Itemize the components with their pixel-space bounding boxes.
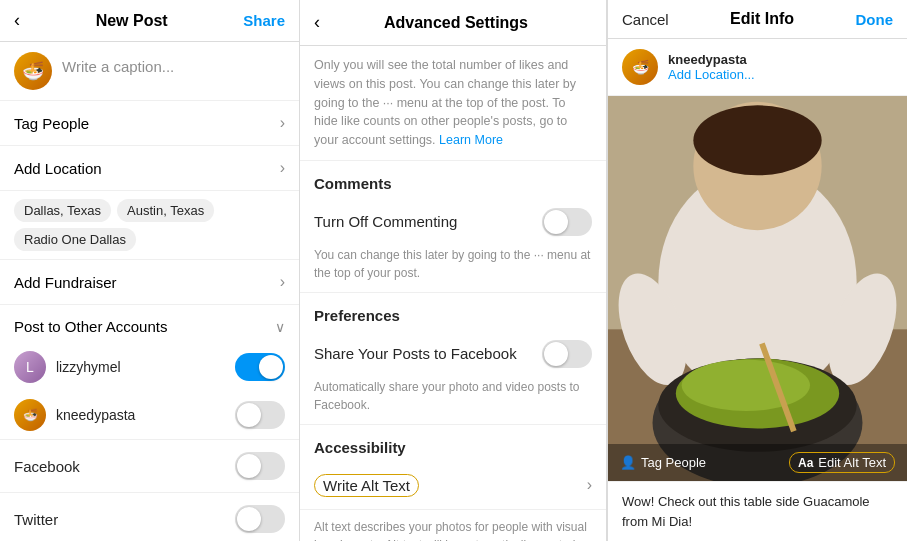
share-to-facebook-row: Share Your Posts to Facebook [300,330,606,378]
food-photo-svg [608,96,907,481]
post-to-section: Post to Other Accounts ∨ L lizzyhymel 🍜 … [0,305,299,440]
advanced-settings-header: ‹ Advanced Settings [300,0,606,46]
alt-text-chevron-icon: › [587,476,592,494]
twitter-row: Twitter [0,493,299,541]
advanced-settings-title: Advanced Settings [320,14,592,32]
back-arrow-icon[interactable]: ‹ [14,10,20,31]
new-post-panel: ‹ New Post Share 🍜 Write a caption... Ta… [0,0,300,541]
edit-info-panel: Cancel Edit Info Done 🍜 kneedypasta Add … [607,0,907,541]
location-tags-container: Dallas, Texas Austin, Texas Radio One Da… [0,191,299,260]
share-facebook-toggle[interactable] [542,340,592,368]
caption-row: 🍜 Write a caption... [0,42,299,101]
lizzy-toggle[interactable] [235,353,285,381]
facebook-toggle[interactable] [235,452,285,480]
alt-text-aa-icon: Aa [798,456,813,470]
tag-people-chevron-icon: › [280,114,285,132]
kneedy-avatar: 🍜 [14,399,46,431]
facebook-toggle-thumb [237,454,261,478]
tag-people-btn-label: Tag People [641,455,706,470]
comments-section-label: Comments [300,161,606,198]
facebook-row: Facebook [0,440,299,493]
lizzy-avatar: L [14,351,46,383]
twitter-toggle-thumb [237,507,261,531]
image-bottom-bar: 👤 Tag People Aa Edit Alt Text [608,444,907,481]
caption-text: Wow! Check out this table side Guacamole… [622,494,870,529]
facebook-label: Facebook [14,458,80,475]
photo-caption: Wow! Check out this table side Guacamole… [608,481,907,541]
accessibility-section-label: Accessibility [300,425,606,462]
add-fundraiser-label: Add Fundraiser [14,274,117,291]
kneedy-username: kneedypasta [56,407,135,423]
new-post-title: New Post [96,12,168,30]
preferences-section-label: Preferences [300,293,606,330]
advanced-settings-panel: ‹ Advanced Settings Only you will see th… [300,0,607,541]
commenting-description: You can change this later by going to th… [300,246,606,293]
write-alt-text-label: Write Alt Text [314,474,419,497]
share-button[interactable]: Share [243,12,285,29]
tag-people-row[interactable]: Tag People › [0,101,299,146]
account-row-kneedy: 🍜 kneedypasta [0,391,299,439]
post-to-header[interactable]: Post to Other Accounts ∨ [0,305,299,343]
edit-info-avatar: 🍜 [622,49,658,85]
add-location-label: Add Location [14,160,102,177]
kneedy-toggle-thumb [237,403,261,427]
twitter-label: Twitter [14,511,58,528]
share-facebook-toggle-thumb [544,342,568,366]
location-tag-radio[interactable]: Radio One Dallas [14,228,136,251]
new-post-header: ‹ New Post Share [0,0,299,42]
food-photo: 👤 Tag People Aa Edit Alt Text [608,96,907,481]
cancel-button[interactable]: Cancel [622,11,669,28]
share-to-facebook-label: Share Your Posts to Facebook [314,345,517,362]
location-tag-austin[interactable]: Austin, Texas [117,199,214,222]
tag-people-button[interactable]: 👤 Tag People [620,455,706,470]
svg-point-4 [693,105,821,175]
write-alt-text-row[interactable]: Write Alt Text › [300,462,606,510]
location-tag-dallas[interactable]: Dallas, Texas [14,199,111,222]
post-to-chevron-icon: ∨ [275,319,285,335]
caption-input[interactable]: Write a caption... [62,52,174,75]
tag-people-label: Tag People [14,115,89,132]
svg-point-10 [682,360,810,411]
learn-more-link[interactable]: Learn More [439,133,503,147]
advanced-info-text: Only you will see the total number of li… [300,46,606,161]
add-location-row[interactable]: Add Location › [0,146,299,191]
turn-off-commenting-label: Turn Off Commenting [314,213,457,230]
edit-info-header: Cancel Edit Info Done [608,0,907,39]
edit-alt-text-button[interactable]: Aa Edit Alt Text [789,452,895,473]
commenting-toggle[interactable] [542,208,592,236]
account-left-kneedy: 🍜 kneedypasta [14,399,135,431]
account-left-lizzy: L lizzyhymel [14,351,121,383]
fundraiser-chevron-icon: › [280,273,285,291]
done-button[interactable]: Done [856,11,894,28]
edit-info-user-info: kneedypasta Add Location... [668,52,755,82]
edit-info-title: Edit Info [730,10,794,28]
user-avatar: 🍜 [14,52,52,90]
turn-off-commenting-row: Turn Off Commenting [300,198,606,246]
person-icon: 👤 [620,455,636,470]
edit-info-add-location[interactable]: Add Location... [668,67,755,82]
lizzy-toggle-thumb [259,355,283,379]
kneedy-toggle[interactable] [235,401,285,429]
twitter-toggle[interactable] [235,505,285,533]
edit-info-user-row: 🍜 kneedypasta Add Location... [608,39,907,96]
edit-info-username: kneedypasta [668,52,755,67]
share-facebook-description: Automatically share your photo and video… [300,378,606,425]
add-location-chevron-icon: › [280,159,285,177]
post-to-label: Post to Other Accounts [14,318,167,335]
alt-text-description: Alt text describes your photos for peopl… [300,510,606,541]
lizzy-username: lizzyhymel [56,359,121,375]
commenting-toggle-thumb [544,210,568,234]
add-fundraiser-row[interactable]: Add Fundraiser › [0,260,299,305]
account-row-lizzy: L lizzyhymel [0,343,299,391]
edit-alt-text-btn-label: Edit Alt Text [818,455,886,470]
